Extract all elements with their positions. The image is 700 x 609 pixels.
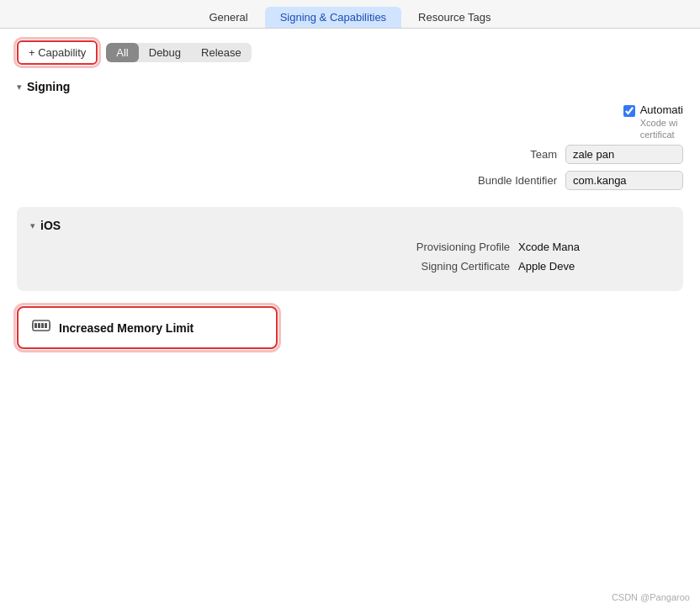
auto-manage-subtext2: certificat bbox=[640, 130, 683, 140]
ios-fields: Provisioning Profile Xcode Mana Signing … bbox=[30, 241, 670, 273]
svg-rect-3 bbox=[41, 323, 44, 328]
filter-all-button[interactable]: All bbox=[106, 43, 138, 62]
provisioning-profile-label: Provisioning Profile bbox=[375, 241, 510, 253]
auto-manage-content: Automati Xcode wi certificat bbox=[623, 103, 683, 140]
svg-rect-6 bbox=[50, 323, 50, 328]
svg-rect-5 bbox=[32, 323, 33, 328]
auto-manage-row: Automati Xcode wi certificat bbox=[34, 103, 683, 140]
svg-rect-2 bbox=[38, 323, 40, 328]
filter-group: All Debug Release bbox=[106, 43, 251, 62]
bundle-id-field-row: Bundle Identifier com.kanga bbox=[34, 171, 683, 190]
auto-manage-label: Automati bbox=[640, 103, 683, 116]
tab-general[interactable]: General bbox=[194, 7, 262, 28]
bundle-id-label: Bundle Identifier bbox=[456, 174, 557, 187]
ios-section-header: ▾ iOS bbox=[30, 219, 670, 232]
svg-rect-1 bbox=[34, 323, 37, 328]
tab-signing-capabilities[interactable]: Signing & Capabilities bbox=[265, 7, 401, 28]
capability-label: Increased Memory Limit bbox=[59, 321, 194, 335]
filter-debug-button[interactable]: Debug bbox=[139, 43, 191, 62]
ios-chevron-icon: ▾ bbox=[30, 220, 35, 231]
auto-manage-text: Automati Xcode wi certificat bbox=[640, 103, 683, 140]
watermark: CSDN @Pangaroo bbox=[612, 592, 690, 602]
filter-release-button[interactable]: Release bbox=[191, 43, 252, 62]
ios-section: ▾ iOS Provisioning Profile Xcode Mana Si… bbox=[17, 207, 683, 291]
provisioning-profile-value: Xcode Mana bbox=[518, 241, 670, 253]
signing-fields: Automati Xcode wi certificat Team zale p… bbox=[17, 103, 683, 190]
auto-manage-subtext1: Xcode wi bbox=[640, 118, 683, 128]
bundle-id-value: com.kanga bbox=[565, 171, 683, 190]
team-label: Team bbox=[456, 148, 557, 161]
increased-memory-limit-item[interactable]: Increased Memory Limit bbox=[17, 306, 278, 349]
capability-toolbar: + Capability All Debug Release bbox=[17, 40, 683, 65]
main-content: + Capability All Debug Release ▾ Signing… bbox=[0, 29, 700, 366]
signing-section-title: Signing bbox=[27, 80, 70, 93]
team-field-row: Team zale pan bbox=[34, 145, 683, 164]
auto-manage-checkbox[interactable] bbox=[623, 105, 635, 117]
tab-bar: General Signing & Capabilities Resource … bbox=[0, 0, 700, 29]
signing-certificate-value: Apple Deve bbox=[518, 260, 670, 273]
signing-section-header: ▾ Signing bbox=[17, 80, 683, 93]
svg-rect-4 bbox=[45, 323, 47, 328]
memory-limit-icon bbox=[32, 318, 50, 337]
team-value: zale pan bbox=[565, 145, 683, 164]
signing-chevron-icon: ▾ bbox=[17, 82, 22, 93]
ios-section-title: iOS bbox=[40, 219, 61, 232]
tab-resource-tags[interactable]: Resource Tags bbox=[403, 7, 506, 28]
signing-certificate-label: Signing Certificate bbox=[375, 260, 510, 273]
provisioning-profile-row: Provisioning Profile Xcode Mana bbox=[39, 241, 670, 253]
signing-certificate-row: Signing Certificate Apple Deve bbox=[39, 260, 670, 273]
add-capability-button[interactable]: + Capability bbox=[17, 40, 98, 65]
